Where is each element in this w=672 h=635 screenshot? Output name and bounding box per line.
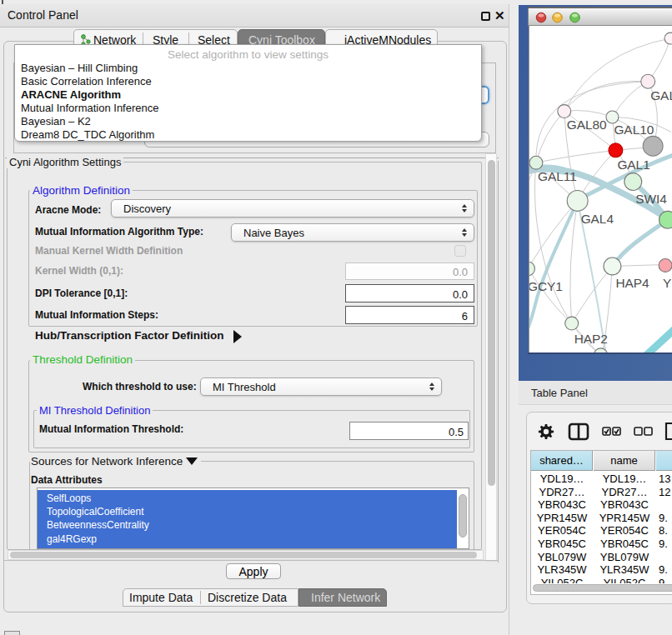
svg-text:SWI4: SWI4 (635, 192, 667, 206)
svg-text:GAL1: GAL1 (617, 158, 649, 172)
svg-text:Y: Y (663, 276, 671, 290)
svg-text:GAL11: GAL11 (538, 169, 577, 183)
svg-text:HAP2: HAP2 (574, 332, 608, 346)
svg-text:HAP4: HAP4 (615, 276, 649, 290)
svg-text:GAL10: GAL10 (614, 122, 654, 137)
svg-text:GAL: GAL (650, 88, 672, 102)
svg-text:GAL4: GAL4 (581, 212, 614, 226)
svg-text:GCY1: GCY1 (529, 279, 563, 293)
svg-text:GAL80: GAL80 (567, 118, 607, 132)
